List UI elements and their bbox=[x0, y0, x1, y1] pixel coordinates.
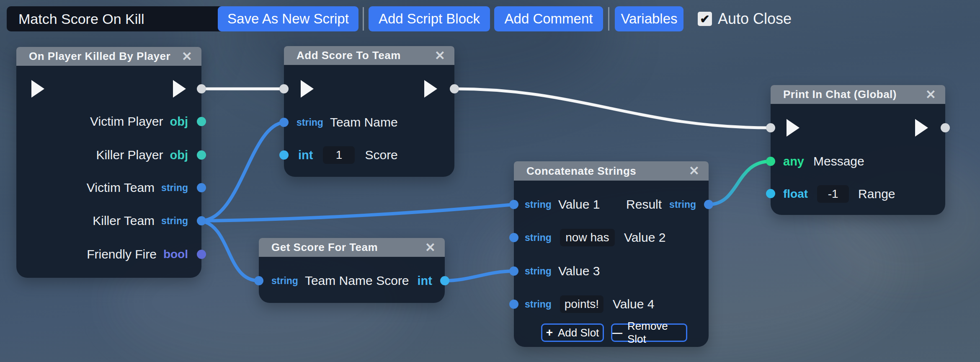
port-label: Value 1 bbox=[558, 197, 600, 212]
port-label: Score bbox=[376, 274, 409, 288]
message-input-port[interactable] bbox=[766, 157, 775, 166]
output-row: Victim Team string bbox=[87, 178, 188, 197]
input-row: float -1 Range bbox=[783, 185, 895, 203]
add-comment-button[interactable]: Add Comment bbox=[494, 6, 603, 31]
type-label: string bbox=[271, 275, 298, 287]
node-title: On Player Killed By Player bbox=[29, 50, 170, 63]
type-label: int bbox=[298, 148, 313, 162]
exec-out-port[interactable] bbox=[941, 123, 950, 132]
node-concatenate-strings: Concatenate Strings ✕ string Value 1 Res… bbox=[514, 161, 709, 347]
wire-killerteam-to-addscore-teamname bbox=[201, 122, 284, 221]
type-label: any bbox=[783, 155, 804, 168]
value4-input-port[interactable] bbox=[509, 300, 518, 309]
value1-input-port[interactable] bbox=[509, 200, 518, 209]
add-slot-label: Add Slot bbox=[558, 326, 599, 339]
exec-in-pin[interactable] bbox=[31, 80, 44, 98]
script-name-input[interactable] bbox=[7, 6, 225, 31]
range-value-field[interactable]: -1 bbox=[817, 185, 849, 203]
score-input-port[interactable] bbox=[279, 150, 289, 160]
type-label: string bbox=[525, 266, 552, 277]
input-row: string Team Name bbox=[297, 113, 398, 132]
killer-player-output-port[interactable] bbox=[197, 150, 206, 160]
close-icon[interactable]: ✕ bbox=[435, 49, 445, 62]
plus-icon: + bbox=[546, 326, 553, 339]
node-header[interactable]: On Player Killed By Player ✕ bbox=[16, 47, 201, 66]
wire-killerteam-to-getscore-teamname bbox=[201, 221, 259, 281]
node-header[interactable]: Add Score To Team ✕ bbox=[284, 46, 454, 65]
score-output-port[interactable] bbox=[440, 276, 449, 285]
minus-icon: — bbox=[612, 327, 622, 339]
port-label: Value 3 bbox=[558, 264, 600, 278]
exec-in-pin[interactable] bbox=[787, 119, 799, 137]
node-add-score-to-team: Add Score To Team ✕ string Team Name int… bbox=[284, 46, 454, 177]
add-slot-button[interactable]: + Add Slot bbox=[541, 323, 604, 342]
exec-out-pin[interactable] bbox=[424, 80, 437, 98]
friendly-fire-output-port[interactable] bbox=[197, 250, 206, 259]
output-row: Killer Player obj bbox=[96, 146, 188, 164]
node-print-in-chat-global: Print In Chat (Global) ✕ any Message flo… bbox=[771, 85, 945, 215]
type-label: string bbox=[525, 199, 552, 210]
value2-input-port[interactable] bbox=[509, 233, 518, 242]
result-output-port[interactable] bbox=[704, 200, 713, 209]
exec-in-port[interactable] bbox=[279, 84, 289, 93]
value4-field[interactable]: points! bbox=[560, 295, 603, 313]
node-title: Get Score For Team bbox=[271, 241, 378, 254]
port-label: Result bbox=[626, 197, 662, 212]
type-label: bool bbox=[163, 248, 188, 261]
exec-in-pin[interactable] bbox=[301, 80, 314, 98]
port-label: Range bbox=[858, 187, 895, 201]
port-label: Score bbox=[365, 148, 397, 162]
type-label: int bbox=[418, 274, 432, 288]
type-label: string bbox=[669, 199, 696, 210]
port-label: Team Name bbox=[330, 115, 398, 129]
port-label: Killer Player bbox=[96, 148, 163, 162]
auto-close-label: Auto Close bbox=[718, 6, 792, 31]
exec-out-pin[interactable] bbox=[173, 80, 186, 98]
input-row: string Value 3 bbox=[525, 262, 600, 280]
node-header[interactable]: Concatenate Strings ✕ bbox=[514, 161, 709, 181]
port-label: Value 4 bbox=[613, 297, 655, 311]
port-label: Victim Team bbox=[87, 181, 155, 195]
variables-button[interactable]: Variables bbox=[615, 6, 683, 31]
type-label: obj bbox=[170, 115, 188, 129]
output-row: Killer Team string bbox=[93, 212, 188, 230]
port-label: Team Name bbox=[305, 274, 373, 288]
auto-close-checkbox[interactable]: ✔ bbox=[698, 12, 712, 26]
wire-killerteam-to-concat-value1 bbox=[201, 204, 514, 221]
victim-player-output-port[interactable] bbox=[197, 117, 206, 126]
port-label: Value 2 bbox=[624, 230, 666, 245]
close-icon[interactable]: ✕ bbox=[689, 165, 699, 177]
toolbar-separator bbox=[363, 7, 364, 31]
node-header[interactable]: Print In Chat (Global) ✕ bbox=[771, 85, 945, 104]
exec-in-port[interactable] bbox=[766, 123, 775, 132]
team-name-input-port[interactable] bbox=[279, 118, 289, 127]
add-script-block-button[interactable]: Add Script Block bbox=[369, 6, 490, 31]
type-label: string bbox=[525, 232, 552, 243]
value3-input-port[interactable] bbox=[509, 266, 518, 276]
team-name-input-port[interactable] bbox=[254, 276, 263, 285]
close-icon[interactable]: ✕ bbox=[182, 50, 192, 63]
type-label: string bbox=[161, 182, 188, 194]
type-label: obj bbox=[170, 148, 188, 162]
output-row: Friendly Fire bool bbox=[87, 245, 188, 264]
close-icon[interactable]: ✕ bbox=[425, 241, 436, 254]
close-icon[interactable]: ✕ bbox=[926, 88, 936, 101]
exec-out-port[interactable] bbox=[450, 84, 459, 93]
save-as-new-script-button[interactable]: Save As New Script bbox=[218, 6, 358, 31]
remove-slot-button[interactable]: — Remove Slot bbox=[611, 323, 687, 342]
input-row: string Value 1 bbox=[525, 195, 600, 214]
exec-out-port[interactable] bbox=[197, 84, 206, 93]
victim-team-output-port[interactable] bbox=[197, 183, 206, 192]
node-title: Print In Chat (Global) bbox=[783, 88, 897, 101]
wire-getscore-to-concat-value3 bbox=[445, 271, 514, 281]
wire-exec-addscore-to-print bbox=[454, 89, 771, 128]
port-label: Victim Player bbox=[90, 114, 163, 129]
score-value-field[interactable]: 1 bbox=[323, 146, 355, 164]
type-label: string bbox=[525, 299, 552, 310]
value2-field[interactable]: now has bbox=[560, 229, 615, 246]
killer-team-output-port[interactable] bbox=[197, 216, 206, 225]
exec-out-pin[interactable] bbox=[915, 119, 928, 137]
node-get-score-for-team: Get Score For Team ✕ string Team Name Sc… bbox=[259, 238, 445, 303]
node-header[interactable]: Get Score For Team ✕ bbox=[259, 238, 445, 257]
range-input-port[interactable] bbox=[766, 189, 775, 198]
